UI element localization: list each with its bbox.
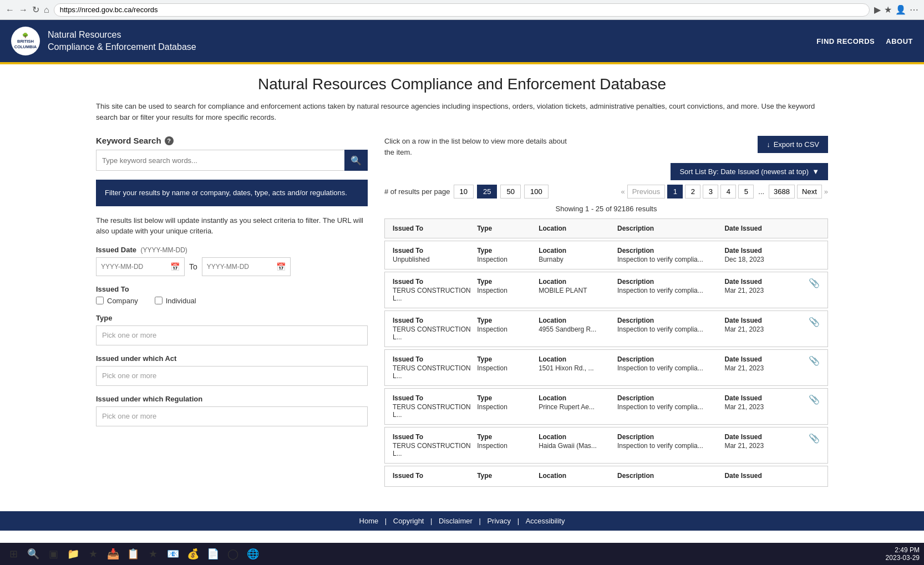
download-icon: ↓: [766, 140, 770, 149]
home-button[interactable]: ⌂: [44, 5, 49, 15]
type-select[interactable]: Pick one or more: [96, 325, 368, 345]
calendar-to-icon[interactable]: 📅: [276, 262, 286, 271]
cell-issued-to: Issued To: [393, 472, 473, 481]
issued-to-checkboxes: Company Individual: [96, 297, 368, 305]
cell-date: Date Issued Dec 18, 2023: [724, 247, 793, 263]
last-page-button[interactable]: 3688: [769, 185, 795, 198]
type-label: Type: [96, 314, 368, 322]
attachment-icon: 📎: [798, 394, 820, 405]
click-instruction: Click on a row in the list below to view…: [384, 136, 573, 157]
cell-description: Description Inspection to verify complia…: [617, 247, 720, 263]
pagination-first-ellipsis: «: [621, 187, 625, 196]
table-row[interactable]: Issued To TERUS CONSTRUCTION L... Type I…: [384, 349, 828, 386]
cell-date: Date Issued Mar 21, 2023: [724, 394, 793, 411]
cell-location: Location 4955 Sandberg R...: [539, 317, 613, 333]
cell-issued-to: Issued To TERUS CONSTRUCTION L...: [393, 278, 473, 302]
content-layout: Keyword Search ? 🔍 Filter your results b…: [96, 136, 828, 489]
date-to-input[interactable]: [207, 263, 268, 271]
table-row[interactable]: Issued To TERUS CONSTRUCTION L... Type I…: [384, 311, 828, 347]
page-2-button[interactable]: 2: [685, 185, 700, 198]
date-format-hint: (YYYY-MM-DD): [141, 246, 187, 254]
address-bar[interactable]: [54, 3, 870, 17]
col-type-header: Type: [477, 225, 534, 232]
search-input[interactable]: [96, 150, 344, 171]
pagination-last-ellipsis: »: [824, 187, 828, 196]
attachment-icon: 📎: [798, 355, 820, 366]
favorites-icon: ★: [884, 4, 892, 15]
regulation-section: Issued under which Regulation Pick one o…: [96, 395, 368, 435]
cell-date: Date Issued: [724, 472, 793, 481]
page-5-button[interactable]: 5: [738, 185, 754, 198]
cell-description: Description Inspection to verify complia…: [617, 317, 720, 333]
filter-box: Filter your results by name or company, …: [96, 180, 368, 206]
search-button[interactable]: 🔍: [344, 150, 368, 171]
next-button[interactable]: Next: [797, 185, 822, 198]
act-select[interactable]: Pick one or more: [96, 366, 368, 386]
individual-label: Individual: [166, 297, 196, 305]
page-3-button[interactable]: 3: [703, 185, 718, 198]
pagination: « Previous 1 2 3 4 5 ... 3688 Next »: [621, 185, 828, 198]
footer-disclaimer-link[interactable]: Disclaimer: [439, 517, 473, 525]
site-title: Natural Resources Compliance & Enforceme…: [48, 29, 196, 54]
prev-button[interactable]: Previous: [627, 185, 666, 198]
attachment-icon: 📎: [798, 317, 820, 327]
cell-issued-to: Issued To TERUS CONSTRUCTION L...: [393, 394, 473, 419]
sidebar: Keyword Search ? 🔍 Filter your results b…: [96, 136, 368, 489]
cell-description: Description Inspection to verify complia…: [617, 433, 720, 450]
table-row[interactable]: Issued To TERUS CONSTRUCTION L... Type I…: [384, 427, 828, 464]
per-page-25[interactable]: 25: [477, 185, 497, 198]
table-row[interactable]: Issued To TERUS CONSTRUCTION L... Type I…: [384, 272, 828, 308]
page-description: This site can be used to search for comp…: [96, 101, 828, 123]
cell-location: Location: [539, 472, 613, 481]
attachment-icon: 📎: [798, 278, 820, 288]
regulation-select[interactable]: Pick one or more: [96, 406, 368, 426]
calendar-from-icon[interactable]: 📅: [170, 262, 180, 271]
forward-button[interactable]: →: [19, 5, 28, 15]
nav-about[interactable]: ABOUT: [886, 37, 913, 45]
table-row[interactable]: Issued To Unpublished Type Inspection Lo…: [384, 241, 828, 269]
sort-button[interactable]: Sort List By: Date Issued (newest at top…: [671, 163, 828, 180]
extensions-icon: ▶: [874, 4, 881, 15]
date-to-field[interactable]: 📅: [202, 257, 291, 276]
col-description-header: Description: [617, 225, 720, 232]
individual-checkbox[interactable]: [155, 297, 163, 304]
sort-chevron-icon: ▼: [812, 167, 819, 176]
date-from-input[interactable]: [101, 263, 162, 271]
cell-type: Type: [477, 472, 534, 481]
keyword-search-label: Keyword Search ?: [96, 136, 368, 145]
date-row: 📅 To 📅: [96, 257, 368, 276]
col-location-header: Location: [539, 225, 613, 232]
company-checkbox[interactable]: [96, 297, 104, 304]
type-section: Type Pick one or more: [96, 314, 368, 354]
nav-find-records[interactable]: FIND RECORDS: [816, 37, 875, 45]
page-1-button[interactable]: 1: [667, 185, 683, 198]
footer-copyright-link[interactable]: Copyright: [393, 517, 424, 525]
back-button[interactable]: ←: [6, 5, 14, 15]
results-panel: Click on a row in the list below to view…: [384, 136, 828, 489]
page-4-button[interactable]: 4: [720, 185, 736, 198]
site-nav: FIND RECORDS ABOUT: [816, 37, 913, 45]
refresh-button[interactable]: ↻: [32, 4, 39, 15]
export-csv-button[interactable]: ↓ Export to CSV: [758, 136, 828, 153]
cell-date: Date Issued Mar 21, 2023: [724, 355, 793, 372]
date-from-field[interactable]: 📅: [96, 257, 185, 276]
footer-accessibility-link[interactable]: Accessibility: [526, 517, 565, 525]
per-page-100[interactable]: 100: [524, 185, 549, 198]
individual-checkbox-label[interactable]: Individual: [155, 297, 196, 305]
company-checkbox-label[interactable]: Company: [96, 297, 138, 305]
cell-location: Location Haida Gwaii (Mas...: [539, 433, 613, 450]
per-page-50[interactable]: 50: [500, 185, 520, 198]
cell-description: Description Inspection to verify complia…: [617, 278, 720, 294]
per-page-10[interactable]: 10: [454, 185, 474, 198]
footer-privacy-link[interactable]: Privacy: [487, 517, 511, 525]
cell-description: Description: [617, 472, 720, 481]
table-row[interactable]: Issued To TERUS CONSTRUCTION L... Type I…: [384, 388, 828, 425]
results-controls: # of results per page 10 25 50 100 « Pre…: [384, 185, 828, 198]
help-icon[interactable]: ?: [165, 136, 174, 145]
logo-area: 🌳BRITISHCOLUMBIA Natural Resources Compl…: [11, 27, 196, 55]
table-row[interactable]: Issued To Type Location Description: [384, 466, 828, 487]
footer-home-link[interactable]: Home: [359, 517, 379, 525]
results-header: Click on a row in the list below to view…: [384, 136, 828, 157]
main-container: Natural Resources Compliance and Enforce…: [79, 64, 845, 500]
results-header-row: Issued To Type Location Description Date…: [384, 218, 828, 238]
